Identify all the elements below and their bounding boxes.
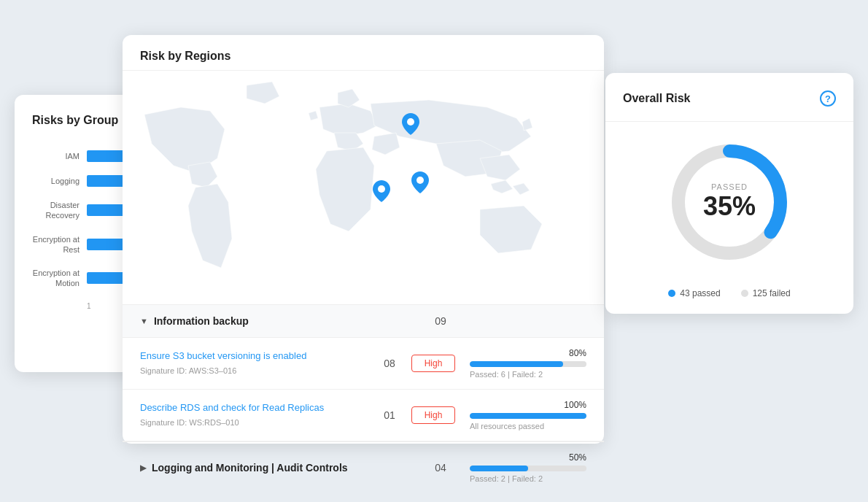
progress-track (470, 466, 586, 471)
bar-label: Disaster Recovery (32, 200, 87, 221)
row-info: Ensure S3 bucket versioning is enabled S… (140, 350, 368, 376)
table-row: Ensure S3 bucket versioning is enabled S… (123, 338, 604, 390)
svg-point-0 (407, 118, 414, 126)
progress-sub: Passed: 2 | Failed: 2 (470, 474, 586, 483)
row-progress: 80% Passed: 6 | Failed: 2 (455, 348, 586, 379)
donut-percentage: 35% (703, 191, 756, 222)
table-section: ▼ Information backup 09 Ensure S3 bucket… (123, 304, 604, 501)
section-count: 04 (426, 462, 455, 474)
progress-sub: Passed: 6 | Failed: 2 (470, 370, 586, 379)
svg-point-1 (378, 185, 385, 193)
progress-pct: 80% (470, 348, 586, 358)
section-count: 09 (426, 315, 455, 327)
progress-fill (470, 361, 563, 367)
svg-point-2 (416, 177, 424, 184)
overall-card-header: Overall Risk ? (623, 90, 836, 107)
row-progress: 100% All resources passed (455, 400, 586, 430)
legend-failed: 125 failed (741, 288, 791, 298)
row-link[interactable]: Ensure S3 bucket versioning is enabled (140, 350, 368, 361)
progress-track (470, 413, 586, 419)
row-link[interactable]: Describe RDS and check for Read Replicas (140, 402, 368, 413)
section-title: ▶ Logging and Monitoring | Audit Control… (140, 462, 426, 474)
progress-pct: 100% (470, 400, 586, 410)
map-pin-middle (373, 180, 390, 205)
overall-help-icon[interactable]: ? (820, 90, 836, 107)
badge-high: High (411, 406, 455, 424)
donut-container: PASSED 35% (623, 122, 836, 282)
map-container (123, 71, 604, 304)
map-pin-east (411, 171, 429, 196)
axis-label: 1 (87, 302, 91, 310)
row-progress: 50% Passed: 2 | Failed: 2 (455, 452, 586, 483)
risk-by-regions-card: Risk by Regions (123, 35, 604, 444)
bar-label: Encryption at Motion (32, 268, 87, 289)
table-row: Describe RDS and check for Read Replicas… (123, 390, 604, 441)
row-signature: Signature ID: WS:RDS–010 (140, 418, 239, 427)
section-logging[interactable]: ▶ Logging and Monitoring | Audit Control… (123, 441, 604, 493)
overall-risk-card: Overall Risk ? PASSED 35% 43 passed 125 … (605, 73, 853, 314)
progress-fill (470, 466, 528, 471)
row-number: 08 (368, 358, 411, 369)
legend-failed-label: 125 failed (753, 288, 791, 298)
row-number: 01 (368, 409, 411, 421)
bar-label: IAM (32, 151, 87, 161)
bar-label: Encryption at Rest (32, 234, 87, 255)
badge-high: High (411, 355, 455, 372)
overall-card-title: Overall Risk (623, 92, 691, 105)
world-map (123, 71, 604, 304)
section-information-backup[interactable]: ▼ Information backup 09 (123, 304, 604, 338)
legend-dot-failed (741, 290, 748, 297)
progress-pct: 50% (470, 452, 586, 463)
regions-card-title: Risk by Regions (123, 35, 604, 71)
row-signature: Signature ID: AWS:S3–016 (140, 366, 236, 375)
progress-sub: All resources passed (470, 422, 586, 430)
legend-passed-label: 43 passed (680, 288, 720, 298)
legend-dot-passed (668, 290, 675, 297)
donut-passed-label: PASSED (703, 182, 756, 191)
triangle-down-icon: ▼ (140, 317, 148, 325)
legend-passed: 43 passed (668, 288, 720, 298)
legend: 43 passed 125 failed (623, 288, 836, 298)
donut-center: PASSED 35% (703, 182, 756, 222)
progress-track (470, 361, 586, 367)
risks-card-title: Risks by Group (32, 114, 118, 127)
row-info: Describe RDS and check for Read Replicas… (140, 402, 368, 428)
bar-label: Logging (32, 176, 87, 186)
map-pin-north (402, 113, 419, 138)
triangle-right-icon: ▶ (140, 463, 146, 473)
section-title: ▼ Information backup (140, 315, 426, 327)
progress-fill (470, 413, 586, 419)
